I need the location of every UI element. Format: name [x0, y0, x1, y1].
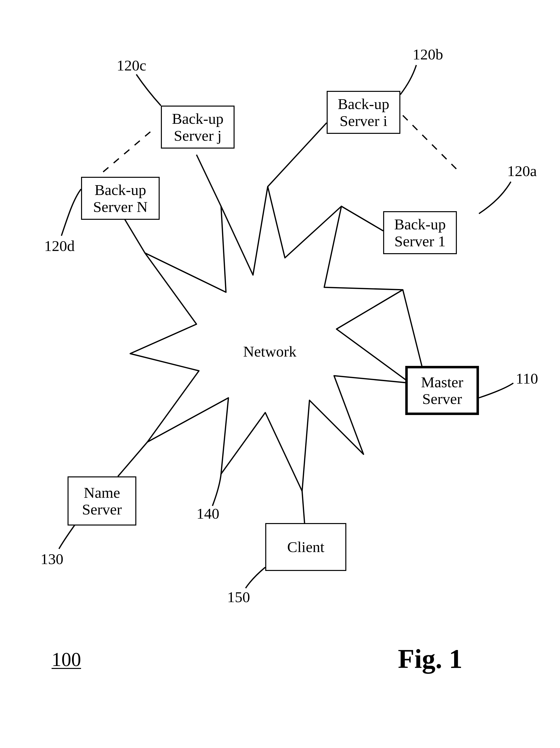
line-backupi: [268, 123, 327, 187]
diagram-id: 100: [52, 648, 81, 671]
ellipsis-bi-b1: [403, 115, 459, 172]
leader-120d: [62, 189, 81, 236]
box-name: Name Server: [68, 476, 136, 525]
leader-120b: [400, 65, 416, 95]
ref-150: 150: [227, 589, 250, 605]
box-backupN: Back-up Server N: [81, 177, 160, 220]
network-star-shape: [130, 187, 410, 491]
box-backupi: Back-up Server i: [327, 91, 400, 134]
box-backup1-text: Back-up Server 1: [394, 216, 446, 249]
leader-130: [59, 523, 76, 549]
ref-120d: 120d: [44, 238, 75, 253]
figure-label: Fig. 1: [398, 644, 463, 675]
box-master-text: Master Server: [421, 374, 463, 407]
line-master: [403, 290, 422, 368]
ref-120a: 120a: [507, 163, 537, 179]
box-backupi-text: Back-up Server i: [338, 95, 389, 129]
ref-110: 110: [516, 371, 538, 386]
box-client-text: Client: [287, 539, 324, 555]
line-backupN: [123, 216, 145, 253]
diagram-canvas: Network Back-up Server N Back-up Server …: [0, 0, 560, 748]
box-backupj-text: Back-up Server j: [172, 110, 224, 144]
leader-110: [479, 383, 513, 398]
ref-130: 130: [41, 551, 63, 566]
leader-140: [212, 474, 221, 506]
box-master: Master Server: [405, 366, 479, 415]
ref-120b: 120b: [413, 47, 443, 62]
ref-140: 140: [196, 506, 219, 521]
leader-120c: [136, 74, 161, 106]
ellipsis-bN-bj: [103, 130, 152, 172]
box-backupj: Back-up Server j: [161, 106, 235, 148]
leader-150: [246, 567, 265, 588]
line-name: [118, 442, 147, 476]
network-label: Network: [243, 344, 297, 359]
line-client: [302, 491, 305, 523]
box-backupN-text: Back-up Server N: [93, 182, 148, 215]
line-backup1: [342, 206, 383, 231]
line-backupj: [196, 155, 221, 206]
ref-120c: 120c: [117, 58, 146, 73]
box-client: Client: [265, 523, 346, 571]
leader-120a: [479, 182, 511, 214]
box-backup1: Back-up Server 1: [383, 211, 457, 254]
box-name-text: Name Server: [82, 484, 122, 518]
